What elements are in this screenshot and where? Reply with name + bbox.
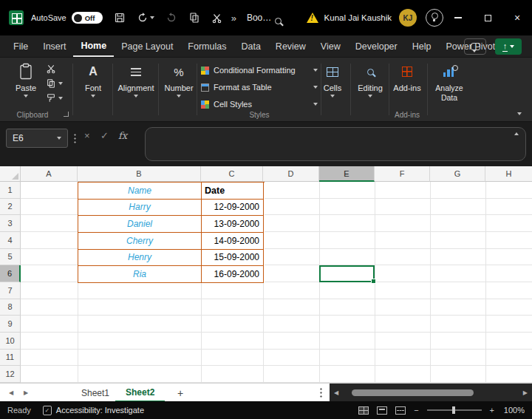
redo-icon[interactable] (166, 12, 177, 24)
comments-button[interactable] (464, 38, 486, 55)
cell-c6[interactable]: 16-09-2000 (202, 266, 264, 283)
formula-bar-expand-icon[interactable] (514, 132, 519, 135)
cancel-icon[interactable]: × (84, 130, 90, 141)
row-header-9[interactable]: 9 (0, 316, 21, 333)
tab-review[interactable]: Review (268, 35, 313, 57)
user-name[interactable]: Kunal Jai Kaushik (324, 13, 392, 22)
normal-view-icon[interactable] (358, 406, 369, 415)
row-header-6[interactable]: 6 (0, 265, 21, 282)
cell-b5[interactable]: Henry (78, 250, 202, 267)
page-layout-view-icon[interactable] (377, 406, 387, 415)
cell-b6[interactable]: Ria (78, 266, 202, 283)
row-header-8[interactable]: 8 (0, 299, 21, 316)
column-header-d[interactable]: D (263, 166, 319, 182)
cell-c3[interactable]: 13-09-2000 (202, 216, 264, 233)
paste-button[interactable]: Paste (9, 62, 43, 98)
row-header-3[interactable]: 3 (0, 215, 21, 232)
number-group-button[interactable]: % Number (161, 62, 197, 98)
column-header-c[interactable]: C (201, 166, 263, 182)
autosave-toggle[interactable]: Off (72, 12, 103, 24)
row-header-7[interactable]: 7 (0, 282, 21, 299)
copy-ribbon-icon[interactable] (46, 78, 63, 89)
share-button[interactable]: ↑ (495, 38, 522, 55)
select-all-corner[interactable] (0, 166, 21, 182)
cut-icon[interactable] (211, 13, 222, 24)
row-header-1[interactable]: 1 (0, 182, 21, 199)
formula-input[interactable] (145, 127, 526, 161)
workbook-name[interactable]: Boo… (247, 13, 271, 23)
row-header-12[interactable]: 12 (0, 366, 21, 383)
search-icon[interactable] (275, 14, 282, 27)
row-header-11[interactable]: 11 (0, 350, 21, 367)
row-header-4[interactable]: 4 (0, 232, 21, 249)
cell-c5[interactable]: 15-09-2000 (202, 250, 264, 267)
accessibility-status[interactable]: Accessibility: Investigate (56, 406, 144, 415)
enter-icon[interactable]: ✓ (100, 130, 109, 141)
sheet-bar-divider[interactable] (320, 387, 322, 398)
name-box[interactable]: E6 (6, 129, 68, 148)
accessibility-checker-icon[interactable]: ✓ (43, 406, 52, 415)
format-painter-icon[interactable] (46, 92, 63, 104)
sheet-nav-left-icon[interactable]: ◀ (9, 384, 13, 402)
scroll-left-icon[interactable]: ◀ (330, 389, 343, 396)
excel-logo-icon[interactable] (9, 10, 24, 25)
scrollbar-thumb[interactable] (352, 389, 474, 396)
font-group-button[interactable]: A Font (75, 62, 111, 98)
tab-help[interactable]: Help (405, 35, 439, 57)
scrollbar-track[interactable] (343, 384, 519, 402)
cut-ribbon-icon[interactable] (46, 63, 63, 75)
cells-group-button[interactable]: Cells (316, 62, 349, 98)
save-icon[interactable] (114, 12, 126, 24)
zoom-in-icon[interactable]: + (490, 406, 494, 415)
cell-b2[interactable]: Harry (78, 200, 202, 217)
copy-icon[interactable] (188, 12, 200, 24)
column-header-h[interactable]: H (485, 166, 532, 182)
column-header-a[interactable]: A (21, 166, 78, 182)
maximize-button[interactable] (473, 0, 502, 35)
page-break-view-icon[interactable] (395, 406, 406, 415)
insert-function-icon[interactable]: fx (118, 130, 127, 141)
column-header-f[interactable]: F (375, 166, 430, 182)
tab-insert[interactable]: Insert (35, 35, 73, 57)
tab-file[interactable]: File (6, 35, 35, 57)
tab-formulas[interactable]: Formulas (180, 35, 233, 57)
selected-cell-e6[interactable] (319, 265, 375, 282)
format-as-table-button[interactable]: Format as Table (201, 81, 318, 94)
collapse-ribbon-icon[interactable] (517, 112, 522, 115)
conditional-formatting-button[interactable]: Conditional Formatting (201, 64, 318, 77)
cell-c1[interactable]: Date (202, 183, 264, 200)
tab-view[interactable]: View (313, 35, 348, 57)
zoom-slider[interactable] (427, 409, 482, 411)
minimize-button[interactable] (443, 0, 473, 35)
cell-c4[interactable]: 14-09-2000 (202, 233, 264, 250)
cell-c2[interactable]: 12-09-2000 (202, 200, 264, 217)
zoom-out-icon[interactable]: − (414, 406, 418, 415)
tab-page-layout[interactable]: Page Layout (114, 35, 180, 57)
undo-dropdown-icon[interactable] (150, 16, 154, 19)
tab-developer[interactable]: Developer (348, 35, 405, 57)
column-header-b[interactable]: B (78, 166, 201, 182)
avatar[interactable]: KJ (399, 9, 417, 27)
scroll-right-icon[interactable]: ▶ (519, 389, 532, 396)
more-commands-icon[interactable]: » (231, 13, 236, 24)
column-header-e[interactable]: E (319, 166, 375, 182)
clipboard-dialog-launcher-icon[interactable] (64, 112, 69, 117)
sheet-tab-sheet1[interactable]: Sheet1 (71, 384, 120, 402)
undo-icon[interactable] (137, 12, 154, 24)
close-button[interactable]: × (502, 0, 532, 35)
tab-home[interactable]: Home (73, 35, 114, 57)
cell-b1[interactable]: Name (78, 183, 202, 200)
new-sheet-button[interactable]: + (177, 384, 183, 402)
lightbulb-icon[interactable] (426, 9, 443, 27)
zoom-slider-thumb[interactable] (452, 406, 455, 414)
cell-b3[interactable]: Daniel (78, 216, 202, 233)
cell-b4[interactable]: Cherry (78, 233, 202, 250)
warning-icon[interactable] (307, 13, 318, 23)
sheet-tab-sheet2[interactable]: Sheet2 (115, 384, 165, 402)
row-header-2[interactable]: 2 (0, 199, 21, 216)
editing-group-button[interactable]: Editing (352, 62, 388, 98)
tab-data[interactable]: Data (233, 35, 267, 57)
cell-styles-button[interactable]: Cell Styles (201, 98, 318, 111)
row-header-10[interactable]: 10 (0, 333, 21, 350)
column-header-g[interactable]: G (430, 166, 485, 182)
